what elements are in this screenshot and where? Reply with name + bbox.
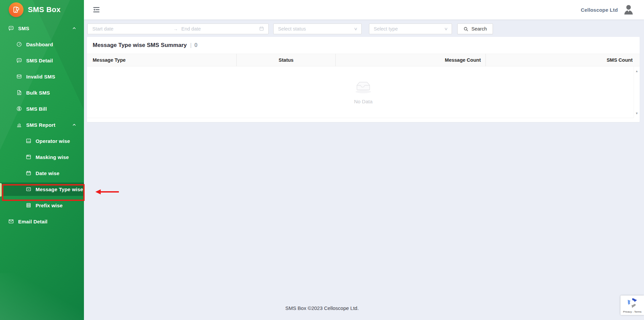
sidebar-item-sms-detail[interactable]: SMS Detail (0, 54, 84, 67)
sidebar-item-label: Email Detail (18, 219, 47, 224)
empty-box-icon (353, 80, 374, 95)
filter-bar: Start date → End date Select status ∨ Se… (87, 23, 493, 34)
main-content: Start date → End date Select status ∨ Se… (84, 19, 644, 320)
scroll-down-icon[interactable]: ▼ (634, 111, 640, 116)
sidebar-group-sms[interactable]: SMS (0, 21, 84, 35)
mail-icon (8, 218, 14, 224)
top-header: Celloscope Ltd (84, 0, 644, 19)
sidebar-item-bulk-sms[interactable]: Bulk SMS (0, 86, 84, 99)
user-avatar[interactable] (623, 4, 635, 16)
app-logo-icon (9, 2, 24, 17)
range-arrow-icon: → (173, 26, 178, 32)
sidebar-item-email-detail[interactable]: Email Detail (0, 215, 84, 228)
summary-title: Message Type wise SMS Summary (93, 42, 187, 49)
status-select-placeholder: Select status (278, 26, 306, 32)
table-body: No Data (87, 66, 640, 118)
search-button-label: Search (471, 26, 487, 32)
sidebar-item-label: Prefix wise (36, 203, 63, 208)
sidebar-item-label: SMS Detail (26, 58, 53, 63)
table-header-row: Message Type Status Message Count SMS Co… (87, 54, 640, 66)
date-range-picker[interactable]: Start date → End date (87, 23, 269, 34)
sidebar-item-label: SMS (18, 25, 29, 31)
calendar-icon (26, 170, 32, 176)
sidebar-group-sms-report[interactable]: SMS Report (0, 118, 84, 131)
dollar-icon (16, 106, 22, 112)
type-select[interactable]: Select type ∨ (369, 23, 452, 34)
sidebar-item-prefix-wise[interactable]: Prefix wise (0, 199, 84, 212)
column-header-sms-count: SMS Count (486, 54, 640, 66)
column-header-message-type: Message Type (87, 54, 237, 66)
sidebar-pattern (0, 273, 84, 320)
org-name: Celloscope Ltd (581, 7, 618, 13)
sidebar: SMS Box SMS (0, 0, 84, 320)
status-select[interactable]: Select status ∨ (273, 23, 362, 34)
calendar-icon (259, 26, 264, 32)
sidebar-item-invalid-sms[interactable]: Invalid SMS (0, 70, 84, 83)
sidebar-item-message-type-wise[interactable]: Message Type wise (0, 182, 84, 196)
table-scrollbar[interactable]: ▲ ▼ (634, 66, 639, 118)
chevron-up-icon (72, 122, 77, 127)
empty-state-label: No Data (354, 99, 372, 104)
list-icon (26, 202, 32, 208)
app-title: SMS Box (28, 5, 60, 14)
sidebar-item-date-wise[interactable]: Date wise (0, 166, 84, 180)
sidebar-item-label: Dashboard (26, 42, 53, 47)
user-menu[interactable]: Celloscope Ltd (581, 4, 644, 16)
chat-icon (16, 57, 22, 63)
chevron-down-icon: ∨ (444, 26, 448, 31)
summary-separator: | (190, 42, 191, 49)
sidebar-item-operator-wise[interactable]: Operator wise (0, 134, 84, 148)
sidebar-item-masking-wise[interactable]: Masking wise (0, 150, 84, 164)
file-icon (16, 90, 22, 96)
chevron-up-icon (72, 26, 77, 31)
sidebar-item-label: Message Type wise (36, 186, 83, 192)
sidebar-item-label: Operator wise (36, 138, 70, 144)
sidebar-nav: SMS Dashboard (0, 19, 84, 228)
summary-title-row: Message Type wise SMS Summary | 0 (87, 37, 640, 49)
column-header-status: Status (237, 54, 336, 66)
sidebar-item-label: Invalid SMS (26, 74, 55, 79)
mail-open-icon (26, 186, 32, 192)
sidebar-item-sms-bill[interactable]: SMS Bill (0, 102, 84, 115)
end-date-placeholder[interactable]: End date (181, 26, 259, 32)
summary-count: 0 (194, 42, 197, 49)
bar-chart-icon (16, 122, 22, 128)
inbox-icon (16, 73, 22, 79)
summary-card: Message Type wise SMS Summary | 0 Messag… (87, 37, 640, 122)
recaptcha-badge[interactable]: Privacy - Terms (620, 296, 644, 315)
type-select-placeholder: Select type (374, 26, 398, 32)
column-header-message-count: Message Count (336, 54, 486, 66)
sidebar-item-dashboard[interactable]: Dashboard (0, 38, 84, 51)
start-date-placeholder[interactable]: Start date (92, 26, 170, 32)
search-button[interactable]: Search (457, 23, 493, 34)
app-window: SMS Box SMS (0, 0, 644, 320)
dashboard-icon (16, 41, 22, 47)
menu-fold-icon[interactable] (92, 5, 101, 14)
chevron-down-icon: ∨ (354, 26, 358, 31)
sidebar-item-label: Bulk SMS (26, 90, 50, 96)
sidebar-item-label: Date wise (36, 170, 59, 176)
window-icon (26, 154, 32, 160)
sidebar-scroll-indicator (0, 183, 2, 197)
sidebar-item-label: SMS Bill (26, 106, 47, 112)
chart-box-icon (26, 138, 32, 144)
sidebar-item-label: Masking wise (36, 154, 69, 160)
chat-icon (8, 25, 14, 31)
logo[interactable]: SMS Box (0, 0, 84, 19)
recaptcha-label[interactable]: Privacy - Terms (623, 310, 642, 313)
search-icon (463, 26, 468, 32)
footer-copyright: SMS Box ©2023 Celloscope Ltd. (0, 305, 644, 311)
scroll-up-icon[interactable]: ▲ (634, 68, 640, 74)
sidebar-item-label: SMS Report (26, 122, 55, 128)
recaptcha-icon (627, 297, 638, 310)
